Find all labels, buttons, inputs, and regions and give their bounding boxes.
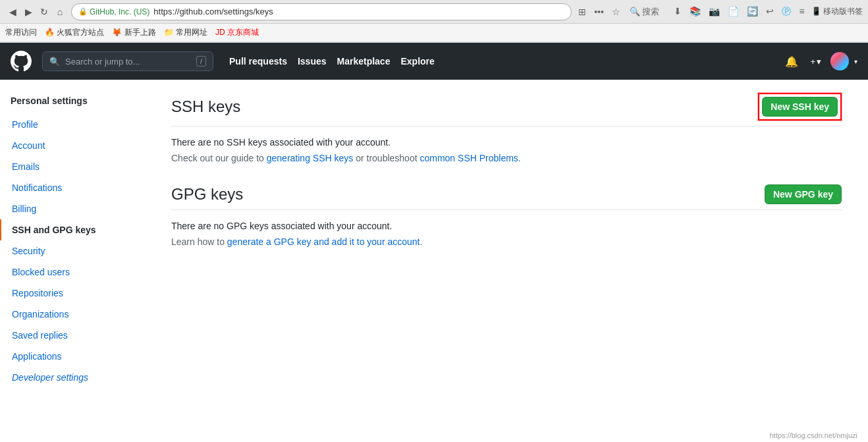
- common-ssh-problems-link[interactable]: common SSH Problems: [420, 153, 518, 163]
- home-button[interactable]: ⌂: [53, 5, 67, 19]
- main-container: Personal settings Profile Account Emails…: [0, 80, 868, 442]
- browser-nav-buttons: ◀ ▶ ↻ ⌂: [5, 5, 67, 19]
- sidebar: Personal settings Profile Account Emails…: [0, 80, 145, 442]
- learn-suffix: .: [420, 236, 422, 247]
- download-icon[interactable]: ⬇: [671, 5, 684, 19]
- watermark: https://blog.csdn.net/nmjuzi: [770, 431, 857, 439]
- user-avatar[interactable]: [830, 52, 849, 70]
- browser-chrome: ◀ ▶ ↻ ⌂ 🔒 GitHub, Inc. (US) ⊞ ••• ☆ 🔍 搜索…: [0, 0, 868, 43]
- generating-ssh-keys-link[interactable]: generating SSH keys: [267, 153, 354, 163]
- forward-button[interactable]: ▶: [21, 5, 36, 19]
- ssh-section-header: SSH keys New SSH key: [171, 93, 842, 126]
- content-area: SSH keys New SSH key There are no SSH ke…: [145, 80, 868, 442]
- new-menu-button[interactable]: + ▾: [806, 54, 825, 69]
- hamburger-icon[interactable]: ≡: [796, 5, 807, 19]
- new-ssh-key-button[interactable]: New SSH key: [762, 97, 838, 117]
- new-ssh-key-highlight: New SSH key: [758, 93, 842, 121]
- ssh-guide-text: Check out our guide to generating SSH ke…: [171, 153, 842, 163]
- bookmark-jd[interactable]: JD 京东商城: [215, 27, 259, 38]
- sidebar-item-blocked-users[interactable]: Blocked users: [0, 262, 145, 283]
- address-bar[interactable]: 🔒 GitHub, Inc. (US): [71, 3, 572, 20]
- gpg-section-header: GPG keys New GPG key: [171, 184, 842, 210]
- gpg-learn-text: Learn how to generate a GPG key and add …: [171, 236, 842, 247]
- bookmark-newuser[interactable]: 🦊 新手上路: [112, 27, 155, 38]
- avatar-chevron-icon: ▾: [854, 58, 857, 65]
- refresh-button[interactable]: ↻: [37, 5, 51, 19]
- security-indicator: 🔒 GitHub, Inc. (US): [78, 7, 149, 16]
- guide-middle: or troubleshoot: [353, 153, 420, 163]
- browser-action-icons: ⊞ ••• ☆: [576, 5, 623, 18]
- browser-toolbar: ◀ ▶ ↻ ⌂ 🔒 GitHub, Inc. (US) ⊞ ••• ☆ 🔍 搜索…: [0, 0, 868, 24]
- nav-issues[interactable]: Issues: [298, 56, 327, 67]
- sidebar-item-emails[interactable]: Emails: [0, 156, 145, 177]
- plus-icon: +: [810, 57, 815, 67]
- sidebar-item-profile[interactable]: Profile: [0, 114, 145, 135]
- sidebar-item-account[interactable]: Account: [0, 135, 145, 156]
- new-gpg-key-button[interactable]: New GPG key: [765, 184, 842, 204]
- search-icon: 🔍: [49, 57, 60, 67]
- sidebar-item-organizations[interactable]: Organizations: [0, 304, 145, 325]
- sidebar-item-developer-settings[interactable]: Developer settings: [0, 367, 145, 388]
- profile-icon[interactable]: Ⓟ: [779, 5, 794, 19]
- sidebar-item-billing[interactable]: Billing: [0, 198, 145, 219]
- learn-prefix: Learn how to: [171, 236, 227, 247]
- generate-gpg-key-link[interactable]: generate a GPG key and add it to your ac…: [227, 236, 420, 247]
- sidebar-item-repositories[interactable]: Repositories: [0, 283, 145, 304]
- qr-icon[interactable]: ⊞: [576, 5, 589, 18]
- security-label: GitHub, Inc. (US): [90, 7, 149, 16]
- bookmarks-label: 常用访问: [5, 27, 37, 38]
- history-icon[interactable]: 📚: [687, 5, 703, 19]
- gpg-section-title: GPG keys: [171, 185, 243, 204]
- nav-explore[interactable]: Explore: [400, 56, 434, 67]
- reader-icon[interactable]: 📄: [725, 5, 742, 19]
- bookmark-star-icon[interactable]: ☆: [609, 5, 623, 18]
- back2-icon[interactable]: ↩: [763, 5, 776, 19]
- bookmark-sohu[interactable]: 🔥 火狐官方站点: [45, 27, 104, 38]
- sidebar-item-security[interactable]: Security: [0, 240, 145, 262]
- search-shortcut: /: [196, 56, 206, 67]
- notification-button[interactable]: 🔔: [782, 53, 801, 70]
- gpg-no-keys-message: There are no GPG keys associated with yo…: [171, 221, 842, 231]
- search-box[interactable]: 🔍 Search or jump to... /: [42, 51, 213, 71]
- back-button[interactable]: ◀: [5, 5, 20, 19]
- github-nav: Pull requests Issues Marketplace Explore: [229, 56, 435, 67]
- ssh-section-title: SSH keys: [171, 97, 240, 116]
- nav-marketplace[interactable]: Marketplace: [337, 56, 391, 67]
- sidebar-item-notifications[interactable]: Notifications: [0, 177, 145, 198]
- sidebar-title: Personal settings: [0, 90, 145, 114]
- bookmarks-bar: 常用访问 🔥 火狐官方站点 🦊 新手上路 📁 常用网址 JD 京东商城: [0, 24, 868, 42]
- nav-pull-requests[interactable]: Pull requests: [229, 56, 287, 67]
- sidebar-item-saved-replies[interactable]: Saved replies: [0, 325, 145, 346]
- browser-menu: 🔍 搜索: [627, 6, 663, 18]
- chevron-down-icon: ▾: [817, 57, 821, 67]
- guide-suffix: .: [518, 153, 521, 163]
- sync-icon[interactable]: 🔄: [744, 5, 761, 19]
- search-placeholder: Search or jump to...: [65, 57, 191, 67]
- more-icon[interactable]: •••: [591, 5, 607, 18]
- screenshot-icon[interactable]: 📷: [706, 5, 722, 19]
- ssh-no-keys-message: There are no SSH keys associated with yo…: [171, 137, 842, 148]
- header-right: 🔔 + ▾ ▾: [782, 52, 857, 70]
- sidebar-item-applications[interactable]: Applications: [0, 346, 145, 367]
- sidebar-item-ssh-gpg[interactable]: SSH and GPG keys: [0, 219, 145, 240]
- github-logo[interactable]: [11, 51, 32, 72]
- github-header: 🔍 Search or jump to... / Pull requests I…: [0, 43, 868, 80]
- guide-prefix: Check out our guide to: [171, 153, 267, 163]
- url-input[interactable]: [153, 7, 564, 16]
- mobile-label: 📱 移动版书签: [811, 6, 863, 17]
- bookmark-common[interactable]: 📁 常用网址: [164, 27, 207, 38]
